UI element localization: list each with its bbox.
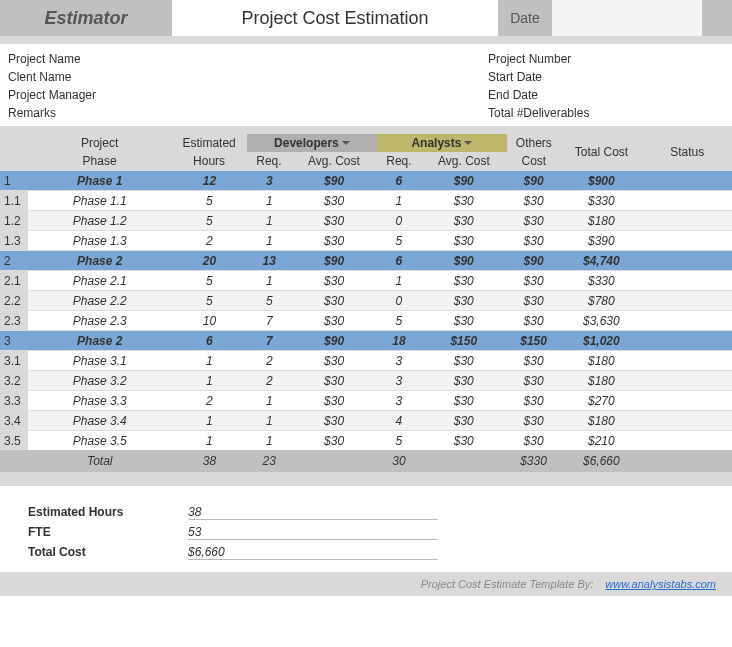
row-ana-avg[interactable]: $30: [421, 410, 507, 430]
row-hours[interactable]: 12: [172, 170, 248, 190]
row-others[interactable]: $30: [507, 430, 561, 450]
row-ana-avg[interactable]: $30: [421, 370, 507, 390]
row-others[interactable]: $30: [507, 370, 561, 390]
row-dev-avg[interactable]: $30: [291, 270, 377, 290]
table-row[interactable]: 2.3Phase 2.3107$305$30$30$3,630: [0, 310, 732, 330]
row-dev-avg[interactable]: $30: [291, 410, 377, 430]
table-row[interactable]: 3.2Phase 3.212$303$30$30$180: [0, 370, 732, 390]
row-ana-req[interactable]: 0: [377, 290, 421, 310]
row-hours[interactable]: 2: [172, 230, 248, 250]
row-dev-req[interactable]: 7: [247, 310, 291, 330]
row-dev-req[interactable]: 7: [247, 330, 291, 350]
row-dev-req[interactable]: 1: [247, 210, 291, 230]
row-ana-req[interactable]: 5: [377, 230, 421, 250]
row-status[interactable]: [642, 170, 732, 190]
table-row[interactable]: 3.4Phase 3.411$304$30$30$180: [0, 410, 732, 430]
row-status[interactable]: [642, 210, 732, 230]
row-dev-req[interactable]: 1: [247, 430, 291, 450]
table-row[interactable]: 3.3Phase 3.321$303$30$30$270: [0, 390, 732, 410]
row-ana-avg[interactable]: $90: [421, 170, 507, 190]
row-ana-req[interactable]: 3: [377, 350, 421, 370]
row-dev-req[interactable]: 13: [247, 250, 291, 270]
row-ana-avg[interactable]: $150: [421, 330, 507, 350]
row-hours[interactable]: 1: [172, 430, 248, 450]
table-row[interactable]: 3.1Phase 3.112$303$30$30$180: [0, 350, 732, 370]
row-dev-req[interactable]: 5: [247, 290, 291, 310]
row-hours[interactable]: 5: [172, 210, 248, 230]
row-ana-req[interactable]: 5: [377, 430, 421, 450]
row-dev-avg[interactable]: $30: [291, 310, 377, 330]
row-status[interactable]: [642, 430, 732, 450]
row-dev-avg[interactable]: $30: [291, 390, 377, 410]
row-hours[interactable]: 1: [172, 410, 248, 430]
row-ana-req[interactable]: 3: [377, 370, 421, 390]
row-others[interactable]: $30: [507, 270, 561, 290]
row-ana-req[interactable]: 0: [377, 210, 421, 230]
row-ana-avg[interactable]: $90: [421, 250, 507, 270]
row-status[interactable]: [642, 310, 732, 330]
table-row[interactable]: 2Phase 22013$906$90$90$4,740: [0, 250, 732, 270]
row-status[interactable]: [642, 270, 732, 290]
row-ana-req[interactable]: 6: [377, 170, 421, 190]
row-dev-req[interactable]: 1: [247, 390, 291, 410]
row-ana-avg[interactable]: $30: [421, 310, 507, 330]
row-ana-req[interactable]: 3: [377, 390, 421, 410]
row-dev-avg[interactable]: $30: [291, 370, 377, 390]
summary-total-cost[interactable]: $6,660: [188, 545, 438, 560]
row-ana-avg[interactable]: $30: [421, 190, 507, 210]
row-hours[interactable]: 6: [172, 330, 248, 350]
row-dev-avg[interactable]: $30: [291, 230, 377, 250]
row-dev-avg[interactable]: $30: [291, 350, 377, 370]
row-status[interactable]: [642, 350, 732, 370]
row-dev-req[interactable]: 1: [247, 230, 291, 250]
table-row[interactable]: 1.1Phase 1.151$301$30$30$330: [0, 190, 732, 210]
table-row[interactable]: 3.5Phase 3.511$305$30$30$210: [0, 430, 732, 450]
row-ana-avg[interactable]: $30: [421, 230, 507, 250]
row-ana-req[interactable]: 5: [377, 310, 421, 330]
row-dev-req[interactable]: 1: [247, 270, 291, 290]
row-status[interactable]: [642, 370, 732, 390]
row-dev-req[interactable]: 1: [247, 190, 291, 210]
row-dev-avg[interactable]: $90: [291, 250, 377, 270]
row-dev-avg[interactable]: $90: [291, 330, 377, 350]
table-row[interactable]: 1.3Phase 1.321$305$30$30$390: [0, 230, 732, 250]
row-status[interactable]: [642, 410, 732, 430]
row-dev-avg[interactable]: $30: [291, 290, 377, 310]
table-row[interactable]: 2.2Phase 2.255$300$30$30$780: [0, 290, 732, 310]
row-status[interactable]: [642, 330, 732, 350]
row-ana-avg[interactable]: $30: [421, 290, 507, 310]
row-dev-avg[interactable]: $30: [291, 430, 377, 450]
row-status[interactable]: [642, 250, 732, 270]
row-status[interactable]: [642, 190, 732, 210]
row-ana-avg[interactable]: $30: [421, 350, 507, 370]
row-ana-avg[interactable]: $30: [421, 430, 507, 450]
row-status[interactable]: [642, 290, 732, 310]
row-ana-avg[interactable]: $30: [421, 210, 507, 230]
summary-fte[interactable]: 53: [188, 525, 438, 540]
row-others[interactable]: $30: [507, 410, 561, 430]
footer-link[interactable]: www.analysistabs.com: [605, 578, 716, 590]
table-row[interactable]: 1.2Phase 1.251$300$30$30$180: [0, 210, 732, 230]
row-hours[interactable]: 5: [172, 290, 248, 310]
row-ana-req[interactable]: 18: [377, 330, 421, 350]
row-ana-avg[interactable]: $30: [421, 390, 507, 410]
row-ana-req[interactable]: 1: [377, 190, 421, 210]
row-hours[interactable]: 5: [172, 270, 248, 290]
row-others[interactable]: $150: [507, 330, 561, 350]
row-hours[interactable]: 10: [172, 310, 248, 330]
row-hours[interactable]: 2: [172, 390, 248, 410]
table-row[interactable]: 2.1Phase 2.151$301$30$30$330: [0, 270, 732, 290]
row-others[interactable]: $30: [507, 190, 561, 210]
row-others[interactable]: $30: [507, 350, 561, 370]
row-others[interactable]: $30: [507, 290, 561, 310]
row-status[interactable]: [642, 230, 732, 250]
row-hours[interactable]: 1: [172, 370, 248, 390]
row-hours[interactable]: 5: [172, 190, 248, 210]
row-dev-req[interactable]: 1: [247, 410, 291, 430]
row-others[interactable]: $30: [507, 390, 561, 410]
row-dev-avg[interactable]: $30: [291, 190, 377, 210]
table-row[interactable]: 1Phase 1123$906$90$90$900: [0, 170, 732, 190]
row-dev-req[interactable]: 2: [247, 350, 291, 370]
row-dev-avg[interactable]: $30: [291, 210, 377, 230]
row-ana-req[interactable]: 4: [377, 410, 421, 430]
